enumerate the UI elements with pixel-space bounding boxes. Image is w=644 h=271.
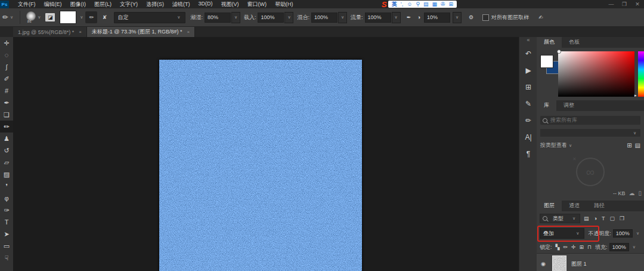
eraser-tool[interactable]: ▱ (0, 156, 13, 168)
menu-item-file[interactable]: 文件(F) (14, 1, 40, 8)
cloud-sync-icon[interactable]: ☁ (628, 190, 634, 196)
canvas-pasteboard[interactable] (13, 37, 519, 271)
close-icon[interactable]: × (187, 29, 190, 35)
blend-mode-select[interactable]: 叠加 ∨ (540, 228, 584, 239)
filter-smart-objects-icon[interactable]: ❐ (620, 215, 624, 221)
tab-libraries[interactable]: 库 (537, 100, 556, 111)
menu-item-filter[interactable]: 滤镜(T) (168, 1, 194, 8)
character-icon[interactable]: A| (521, 130, 536, 144)
punctuation-icon[interactable]: ’, (401, 1, 404, 7)
menu-item-image[interactable]: 图像(I) (66, 1, 91, 8)
lock-position-icon[interactable]: ✛ (571, 244, 576, 250)
spot-healing-brush-tool[interactable]: ❏ (0, 109, 13, 121)
tab-1jpg[interactable]: 1.jpg @ 55%(RGB/8*) *× (13, 27, 87, 37)
current-tool-chip[interactable]: ✏ ∨ (0, 13, 17, 21)
foreground-color-swatch[interactable] (540, 55, 553, 68)
restore-button[interactable]: ❐ (618, 1, 631, 7)
menu-item-3d[interactable]: 3D(D) (194, 1, 217, 8)
sample-all-layers-checkbox[interactable] (482, 14, 489, 21)
brush-preset-picker[interactable]: 86 (23, 11, 36, 23)
grid-view-icon[interactable]: ⊞ (627, 142, 631, 149)
fill-control[interactable]: 填充: 100% ∨ (595, 243, 637, 251)
tab-adjustments[interactable]: 调整 (556, 100, 581, 111)
filter-pixel-layers-icon[interactable]: ▤ (584, 215, 589, 221)
smoothing-chevron-button[interactable]: ∨ (453, 12, 462, 23)
mixer-mix-field[interactable]: 混合:100%∨ (297, 12, 347, 23)
layer-row-1[interactable]: ◉ 图层 1 (537, 253, 644, 271)
quick-selection-tool[interactable]: ✐ (0, 73, 13, 85)
library-search-input[interactable]: 搜索所有库 (540, 116, 640, 125)
history-icon[interactable]: ↶ (521, 47, 536, 61)
hue-slider[interactable] (638, 51, 644, 97)
list-view-icon[interactable]: ▤ (635, 142, 640, 149)
pen-tool[interactable]: ✑ (0, 204, 13, 216)
lasso-tool[interactable]: ʃ (0, 61, 13, 73)
brushes-icon[interactable]: ✏ (521, 113, 536, 128)
brush-load-swatch[interactable] (60, 11, 76, 24)
trash-icon[interactable]: ▯ (638, 190, 642, 196)
menu-item-layer[interactable]: 图层(L) (90, 1, 116, 8)
history-brush-tool[interactable]: ↺ (0, 144, 13, 156)
path-selection-tool[interactable]: ➤ (0, 228, 13, 240)
airbrush-toggle-button[interactable]: ✒ (403, 11, 415, 23)
chevron-down-icon[interactable]: ∨ (38, 15, 41, 20)
layer-thumbnail[interactable] (552, 255, 566, 271)
close-icon[interactable]: × (79, 29, 82, 35)
mixer-wet-chevron-button[interactable]: ∨ (231, 12, 240, 23)
mixer-flow-field[interactable]: 流量:100%∨ (351, 12, 401, 23)
rectangle-tool[interactable]: ▭ (0, 240, 13, 252)
gear-icon[interactable]: ⚙ (465, 11, 477, 23)
visibility-eye-icon[interactable]: ◉ (539, 261, 547, 267)
toolbox-icon[interactable]: ⊞ (449, 1, 454, 7)
smoothing-field[interactable]: 10% (424, 13, 450, 23)
filter-shape-layers-icon[interactable]: ▢ (609, 215, 615, 221)
mixer-wet-field[interactable]: 潮湿:80%∨ (190, 12, 240, 23)
toggle-brush-settings-button[interactable]: ◪ (45, 13, 55, 21)
ime-language-toggle[interactable]: 英 (392, 1, 397, 8)
skin-icon[interactable]: ✇ (441, 1, 445, 7)
collapse-panels-icon[interactable]: « (527, 37, 530, 45)
tab-channels[interactable]: 通道 (562, 200, 587, 211)
move-tool[interactable]: ✛ (0, 37, 13, 49)
view-by-type-dropdown[interactable]: 按类型查看 (540, 141, 567, 149)
opacity-control[interactable]: 不透明度: 100% ∨ (588, 229, 641, 238)
chevron-down-icon[interactable]: ∨ (80, 15, 83, 20)
clone-stamp-tool[interactable]: ♟ (0, 133, 13, 144)
tool-presets-icon[interactable]: ⊞ (521, 80, 536, 94)
close-button[interactable]: ✕ (631, 1, 644, 7)
mixer-load-field[interactable]: 载入:100%∨ (244, 12, 294, 23)
tab-paths[interactable]: 路径 (587, 200, 612, 211)
canvas-document[interactable] (159, 60, 362, 271)
load-brush-after-stroke-button[interactable]: ✏ (85, 11, 97, 23)
pressure-size-button[interactable]: ✍ (535, 11, 547, 23)
actions-icon[interactable]: ▶ (521, 63, 536, 78)
elliptical-marquee-tool[interactable]: ◌ (0, 49, 13, 61)
paragraph-icon[interactable]: ¶ (521, 147, 536, 161)
menu-item-window[interactable]: 窗口(W) (243, 1, 271, 8)
brush-settings-icon[interactable]: ✎ (521, 97, 536, 111)
mic-icon[interactable]: ⚲ (416, 1, 420, 7)
brush-tool[interactable]: ✏ (0, 121, 13, 133)
crop-tool[interactable]: # (0, 85, 13, 97)
tab-untitled1[interactable]: 未标题-1 @ 73.3% (图层 1, RGB/8#) *× (87, 27, 195, 37)
blur-tool[interactable]: ❜ (0, 180, 13, 192)
hand-tool[interactable]: ☟ (0, 252, 13, 264)
layer-filter-type-select[interactable]: 类型 ∨ (540, 214, 580, 223)
lock-paint-icon[interactable]: ✏ (563, 244, 568, 250)
soft-keyboard-icon[interactable]: ▦ (432, 1, 437, 7)
lock-all-icon[interactable]: ⊓ (587, 244, 592, 250)
layer-name[interactable]: 图层 1 (571, 260, 587, 268)
mixer-combination-select[interactable]: 自定 ∨ (114, 12, 185, 23)
emoji-icon[interactable]: ☺ (407, 1, 412, 7)
type-tool[interactable]: T (0, 216, 13, 228)
tab-swatches[interactable]: 色板 (562, 37, 587, 48)
menu-item-help[interactable]: 帮助(H) (271, 1, 298, 8)
menu-item-view[interactable]: 视图(V) (217, 1, 243, 8)
minimize-button[interactable]: — (605, 1, 618, 7)
clean-brush-after-stroke-button[interactable]: ✘ (98, 11, 110, 23)
sogou-logo-icon[interactable]: S (382, 0, 387, 9)
menu-item-edit[interactable]: 编辑(E) (40, 1, 66, 8)
tab-color[interactable]: 颜色 (537, 37, 562, 48)
dodge-tool[interactable]: φ (0, 192, 13, 204)
library-select[interactable]: ∨ (540, 129, 640, 137)
